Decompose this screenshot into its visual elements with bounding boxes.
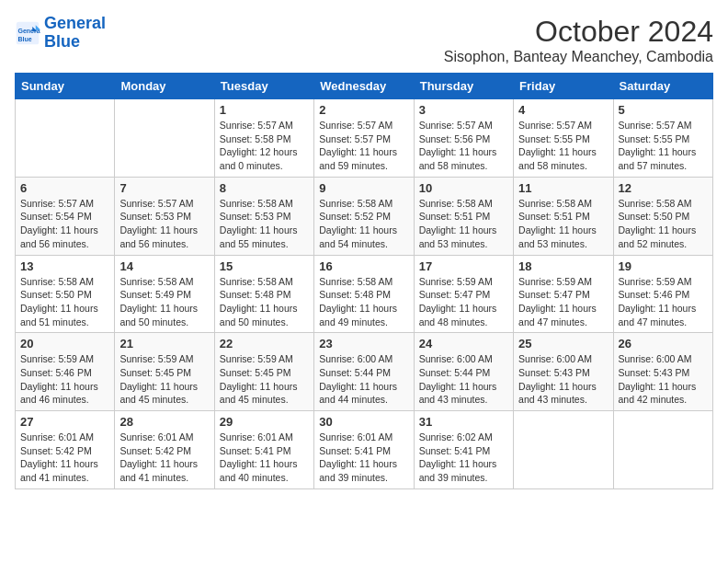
calendar-cell: 20Sunrise: 5:59 AM Sunset: 5:46 PM Dayli… bbox=[16, 333, 115, 411]
calendar-cell: 19Sunrise: 5:59 AM Sunset: 5:46 PM Dayli… bbox=[613, 255, 712, 333]
day-info: Sunrise: 5:57 AM Sunset: 5:57 PM Dayligh… bbox=[319, 119, 408, 173]
day-number: 28 bbox=[119, 415, 209, 429]
day-number: 26 bbox=[619, 337, 708, 350]
calendar-cell: 10Sunrise: 5:58 AM Sunset: 5:51 PM Dayli… bbox=[414, 177, 513, 255]
calendar-body: 1Sunrise: 5:57 AM Sunset: 5:58 PM Daylig… bbox=[16, 99, 713, 489]
day-number: 3 bbox=[419, 103, 508, 117]
day-info: Sunrise: 5:57 AM Sunset: 5:55 PM Dayligh… bbox=[619, 119, 708, 173]
calendar-cell: 1Sunrise: 5:57 AM Sunset: 5:58 PM Daylig… bbox=[214, 99, 313, 178]
calendar-cell: 7Sunrise: 5:57 AM Sunset: 5:53 PM Daylig… bbox=[115, 177, 214, 255]
calendar-week-1: 1Sunrise: 5:57 AM Sunset: 5:58 PM Daylig… bbox=[16, 99, 713, 178]
day-info: Sunrise: 6:02 AM Sunset: 5:41 PM Dayligh… bbox=[419, 431, 508, 485]
day-number: 9 bbox=[319, 181, 408, 195]
day-info: Sunrise: 6:01 AM Sunset: 5:41 PM Dayligh… bbox=[319, 431, 408, 485]
calendar-header: SundayMondayTuesdayWednesdayThursdayFrid… bbox=[16, 74, 713, 99]
day-info: Sunrise: 5:58 AM Sunset: 5:51 PM Dayligh… bbox=[518, 197, 608, 251]
calendar-week-3: 13Sunrise: 5:58 AM Sunset: 5:50 PM Dayli… bbox=[16, 255, 713, 333]
calendar-cell: 24Sunrise: 6:00 AM Sunset: 5:44 PM Dayli… bbox=[414, 333, 513, 411]
calendar-cell bbox=[16, 99, 115, 178]
calendar-cell: 14Sunrise: 5:58 AM Sunset: 5:49 PM Dayli… bbox=[115, 255, 214, 333]
day-info: Sunrise: 5:59 AM Sunset: 5:47 PM Dayligh… bbox=[518, 275, 608, 329]
day-info: Sunrise: 5:58 AM Sunset: 5:50 PM Dayligh… bbox=[20, 275, 109, 329]
logo-icon: General Blue bbox=[15, 20, 40, 46]
day-number: 10 bbox=[419, 181, 508, 195]
day-number: 6 bbox=[20, 181, 109, 195]
calendar-cell: 17Sunrise: 5:59 AM Sunset: 5:47 PM Dayli… bbox=[414, 255, 513, 333]
day-info: Sunrise: 6:00 AM Sunset: 5:43 PM Dayligh… bbox=[619, 352, 708, 407]
logo: General Blue General Blue bbox=[15, 15, 106, 52]
day-number: 16 bbox=[319, 259, 408, 273]
day-number: 12 bbox=[619, 181, 708, 195]
day-info: Sunrise: 5:58 AM Sunset: 5:52 PM Dayligh… bbox=[319, 197, 408, 251]
day-number: 18 bbox=[518, 259, 608, 273]
day-info: Sunrise: 5:59 AM Sunset: 5:45 PM Dayligh… bbox=[220, 352, 309, 407]
day-number: 23 bbox=[319, 337, 408, 350]
calendar-week-4: 20Sunrise: 5:59 AM Sunset: 5:46 PM Dayli… bbox=[16, 333, 713, 411]
calendar-cell: 3Sunrise: 5:57 AM Sunset: 5:56 PM Daylig… bbox=[414, 99, 513, 178]
calendar-week-5: 27Sunrise: 6:01 AM Sunset: 5:42 PM Dayli… bbox=[16, 411, 713, 489]
location-subtitle: Sisophon, Banteay Meanchey, Cambodia bbox=[444, 49, 713, 65]
weekday-header-thursday: Thursday bbox=[414, 74, 513, 99]
calendar-cell: 28Sunrise: 6:01 AM Sunset: 5:42 PM Dayli… bbox=[115, 411, 214, 489]
day-info: Sunrise: 5:58 AM Sunset: 5:48 PM Dayligh… bbox=[220, 275, 309, 329]
day-info: Sunrise: 5:57 AM Sunset: 5:58 PM Dayligh… bbox=[220, 119, 309, 173]
calendar-table: SundayMondayTuesdayWednesdayThursdayFrid… bbox=[15, 73, 713, 489]
day-info: Sunrise: 5:57 AM Sunset: 5:55 PM Dayligh… bbox=[518, 119, 608, 173]
day-info: Sunrise: 5:58 AM Sunset: 5:49 PM Dayligh… bbox=[119, 275, 209, 329]
calendar-cell: 4Sunrise: 5:57 AM Sunset: 5:55 PM Daylig… bbox=[514, 99, 613, 178]
calendar-cell: 13Sunrise: 5:58 AM Sunset: 5:50 PM Dayli… bbox=[16, 255, 115, 333]
calendar-cell bbox=[115, 99, 214, 178]
day-number: 19 bbox=[619, 259, 708, 273]
calendar-cell: 8Sunrise: 5:58 AM Sunset: 5:53 PM Daylig… bbox=[214, 177, 313, 255]
day-number: 14 bbox=[119, 259, 209, 273]
calendar-cell: 16Sunrise: 5:58 AM Sunset: 5:48 PM Dayli… bbox=[314, 255, 414, 333]
day-info: Sunrise: 5:58 AM Sunset: 5:51 PM Dayligh… bbox=[419, 197, 508, 251]
day-number: 21 bbox=[119, 337, 209, 350]
day-number: 13 bbox=[20, 259, 109, 273]
day-info: Sunrise: 5:58 AM Sunset: 5:50 PM Dayligh… bbox=[619, 197, 708, 251]
svg-text:Blue: Blue bbox=[18, 36, 32, 42]
day-number: 11 bbox=[518, 181, 608, 195]
calendar-cell: 18Sunrise: 5:59 AM Sunset: 5:47 PM Dayli… bbox=[514, 255, 613, 333]
weekday-row: SundayMondayTuesdayWednesdayThursdayFrid… bbox=[16, 74, 713, 99]
day-number: 5 bbox=[619, 103, 708, 117]
day-info: Sunrise: 5:59 AM Sunset: 5:46 PM Dayligh… bbox=[20, 352, 109, 407]
day-number: 24 bbox=[419, 337, 508, 350]
calendar-cell: 22Sunrise: 5:59 AM Sunset: 5:45 PM Dayli… bbox=[214, 333, 313, 411]
calendar-cell bbox=[613, 411, 712, 489]
calendar-cell: 9Sunrise: 5:58 AM Sunset: 5:52 PM Daylig… bbox=[314, 177, 414, 255]
day-number: 20 bbox=[20, 337, 109, 350]
day-info: Sunrise: 5:59 AM Sunset: 5:47 PM Dayligh… bbox=[419, 275, 508, 329]
calendar-cell: 26Sunrise: 6:00 AM Sunset: 5:43 PM Dayli… bbox=[613, 333, 712, 411]
day-number: 17 bbox=[419, 259, 508, 273]
title-block: October 2024 Sisophon, Banteay Meanchey,… bbox=[444, 15, 713, 65]
day-number: 15 bbox=[220, 259, 309, 273]
logo-text: General Blue bbox=[44, 15, 106, 52]
day-info: Sunrise: 6:01 AM Sunset: 5:42 PM Dayligh… bbox=[20, 431, 109, 485]
calendar-week-2: 6Sunrise: 5:57 AM Sunset: 5:54 PM Daylig… bbox=[16, 177, 713, 255]
weekday-header-wednesday: Wednesday bbox=[314, 74, 414, 99]
day-info: Sunrise: 6:01 AM Sunset: 5:42 PM Dayligh… bbox=[119, 431, 209, 485]
day-info: Sunrise: 5:57 AM Sunset: 5:54 PM Dayligh… bbox=[20, 197, 109, 251]
day-info: Sunrise: 6:00 AM Sunset: 5:44 PM Dayligh… bbox=[319, 352, 408, 407]
day-number: 25 bbox=[518, 337, 608, 350]
day-info: Sunrise: 5:59 AM Sunset: 5:45 PM Dayligh… bbox=[119, 352, 209, 407]
day-number: 30 bbox=[319, 415, 408, 429]
day-number: 31 bbox=[419, 415, 508, 429]
calendar-cell: 15Sunrise: 5:58 AM Sunset: 5:48 PM Dayli… bbox=[214, 255, 313, 333]
day-number: 29 bbox=[220, 415, 309, 429]
day-info: Sunrise: 5:57 AM Sunset: 5:56 PM Dayligh… bbox=[419, 119, 508, 173]
day-info: Sunrise: 5:59 AM Sunset: 5:46 PM Dayligh… bbox=[619, 275, 708, 329]
calendar-cell: 31Sunrise: 6:02 AM Sunset: 5:41 PM Dayli… bbox=[414, 411, 513, 489]
weekday-header-tuesday: Tuesday bbox=[214, 74, 313, 99]
calendar-cell: 27Sunrise: 6:01 AM Sunset: 5:42 PM Dayli… bbox=[16, 411, 115, 489]
day-info: Sunrise: 6:00 AM Sunset: 5:44 PM Dayligh… bbox=[419, 352, 508, 407]
day-number: 8 bbox=[220, 181, 309, 195]
calendar-cell: 21Sunrise: 5:59 AM Sunset: 5:45 PM Dayli… bbox=[115, 333, 214, 411]
calendar-cell: 2Sunrise: 5:57 AM Sunset: 5:57 PM Daylig… bbox=[314, 99, 414, 178]
calendar-cell: 29Sunrise: 6:01 AM Sunset: 5:41 PM Dayli… bbox=[214, 411, 313, 489]
day-info: Sunrise: 5:57 AM Sunset: 5:53 PM Dayligh… bbox=[119, 197, 209, 251]
weekday-header-sunday: Sunday bbox=[16, 74, 115, 99]
page-header: General Blue General Blue October 2024 S… bbox=[15, 15, 713, 65]
calendar-cell: 11Sunrise: 5:58 AM Sunset: 5:51 PM Dayli… bbox=[514, 177, 613, 255]
